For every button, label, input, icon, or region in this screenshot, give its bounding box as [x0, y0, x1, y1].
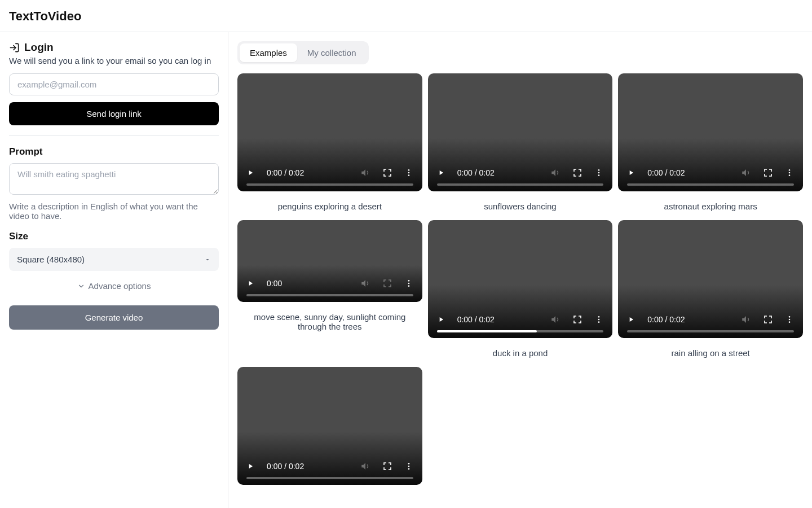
play-icon[interactable]	[627, 316, 635, 323]
video-caption: sunflowers dancing	[428, 202, 613, 211]
svg-point-21	[408, 468, 409, 470]
play-icon[interactable]	[246, 279, 254, 287]
more-icon[interactable]	[404, 168, 413, 177]
video-time: 0:00 / 0:02	[267, 168, 304, 177]
more-icon[interactable]	[404, 279, 413, 288]
controls-row: 0:00 / 0:02	[246, 168, 413, 178]
video-caption: astronaut exploring mars	[618, 202, 803, 211]
play-icon[interactable]	[246, 462, 254, 470]
svg-point-7	[789, 169, 791, 171]
video-player[interactable]: 0:00 / 0:02	[428, 220, 613, 338]
size-select-wrap: Square (480x480)	[9, 248, 219, 271]
tabs: ExamplesMy collection	[237, 41, 369, 64]
volume-icon[interactable]	[741, 168, 751, 178]
video-controls: 0:00 / 0:02	[428, 168, 613, 191]
svg-point-1	[408, 169, 409, 171]
progress-fill	[437, 330, 537, 332]
video-player[interactable]: 0:00 / 0:02	[237, 367, 422, 485]
fullscreen-icon[interactable]	[573, 168, 582, 177]
fullscreen-icon[interactable]	[764, 315, 773, 324]
svg-point-13	[598, 316, 600, 318]
video-caption: move scene, sunny day, sunlight coming t…	[237, 312, 422, 331]
generate-video-button[interactable]: Generate video	[9, 305, 219, 330]
tab-my-collection[interactable]: My collection	[297, 43, 367, 62]
advance-options-toggle[interactable]: Advance options	[9, 281, 219, 291]
video-player[interactable]: 0:00 / 0:02	[237, 73, 422, 191]
video-time: 0:00 / 0:02	[267, 462, 304, 471]
fullscreen-icon[interactable]	[383, 462, 392, 471]
controls-row: 0:00 / 0:02	[437, 314, 604, 325]
sidebar: Login We will send you a link to your em…	[0, 32, 228, 508]
progress-bar[interactable]	[627, 330, 794, 332]
prompt-label: Prompt	[9, 146, 219, 157]
video-player[interactable]: 0:00 / 0:02	[618, 220, 803, 338]
progress-bar[interactable]	[437, 330, 604, 332]
progress-bar[interactable]	[627, 183, 794, 186]
more-icon[interactable]	[594, 168, 603, 177]
volume-icon[interactable]	[360, 168, 370, 178]
video-card: 0:00 / 0:02	[237, 367, 422, 485]
video-controls: 0:00 / 0:02	[618, 168, 803, 191]
video-time: 0:00 / 0:02	[457, 168, 495, 177]
svg-point-19	[408, 463, 409, 465]
more-icon[interactable]	[404, 462, 413, 471]
video-controls: 0:00	[237, 278, 422, 302]
svg-point-2	[408, 172, 409, 174]
advance-options-label: Advance options	[89, 281, 151, 291]
svg-point-14	[598, 319, 600, 321]
progress-bar[interactable]	[437, 183, 604, 186]
volume-icon[interactable]	[360, 278, 370, 288]
size-select[interactable]: Square (480x480)	[9, 248, 219, 271]
volume-icon[interactable]	[550, 168, 561, 178]
progress-bar[interactable]	[246, 294, 413, 296]
fullscreen-icon[interactable]	[383, 279, 392, 288]
email-field[interactable]	[9, 73, 219, 95]
svg-point-11	[408, 283, 409, 284]
volume-icon[interactable]	[741, 314, 751, 325]
video-caption: penguins exploring a desert	[237, 202, 422, 211]
header: TextToVideo	[0, 0, 812, 32]
play-icon[interactable]	[246, 169, 254, 177]
divider	[9, 135, 219, 136]
fullscreen-icon[interactable]	[764, 168, 773, 177]
svg-point-20	[408, 466, 409, 467]
login-description: We will send you a link to your email so…	[9, 56, 219, 65]
play-icon[interactable]	[437, 316, 445, 323]
progress-bar[interactable]	[246, 477, 413, 479]
more-icon[interactable]	[785, 315, 794, 324]
login-heading: Login	[9, 41, 219, 54]
svg-point-18	[789, 321, 791, 323]
video-player[interactable]: 0:00	[237, 220, 422, 302]
volume-icon[interactable]	[550, 314, 561, 325]
video-controls: 0:00 / 0:02	[618, 314, 803, 338]
svg-point-4	[598, 169, 600, 171]
send-login-button[interactable]: Send login link	[9, 102, 219, 125]
more-icon[interactable]	[594, 315, 603, 324]
svg-point-6	[598, 174, 600, 176]
play-icon[interactable]	[437, 169, 445, 177]
layout: Login We will send you a link to your em…	[0, 32, 812, 508]
prompt-input[interactable]	[9, 163, 219, 195]
video-player[interactable]: 0:00 / 0:02	[428, 73, 613, 191]
size-label: Size	[9, 231, 219, 242]
controls-row: 0:00 / 0:02	[437, 168, 604, 178]
controls-row: 0:00 / 0:02	[627, 168, 794, 178]
svg-point-5	[598, 172, 600, 174]
volume-icon[interactable]	[360, 461, 370, 471]
video-caption: duck in a pond	[428, 348, 613, 358]
controls-row: 0:00 / 0:02	[627, 314, 794, 325]
fullscreen-icon[interactable]	[383, 168, 392, 177]
tab-examples[interactable]: Examples	[240, 43, 297, 62]
progress-bar[interactable]	[246, 183, 413, 186]
login-icon	[9, 42, 20, 53]
video-card: 0:00 / 0:02astronaut exploring mars	[618, 73, 803, 214]
svg-point-16	[789, 316, 791, 318]
video-player[interactable]: 0:00 / 0:02	[618, 73, 803, 191]
video-time: 0:00 / 0:02	[647, 315, 685, 324]
fullscreen-icon[interactable]	[573, 315, 582, 324]
play-icon[interactable]	[627, 169, 635, 177]
svg-point-17	[789, 319, 791, 321]
video-card: 0:00move scene, sunny day, sunlight comi…	[237, 220, 422, 335]
svg-point-15	[598, 321, 600, 323]
more-icon[interactable]	[785, 168, 794, 177]
